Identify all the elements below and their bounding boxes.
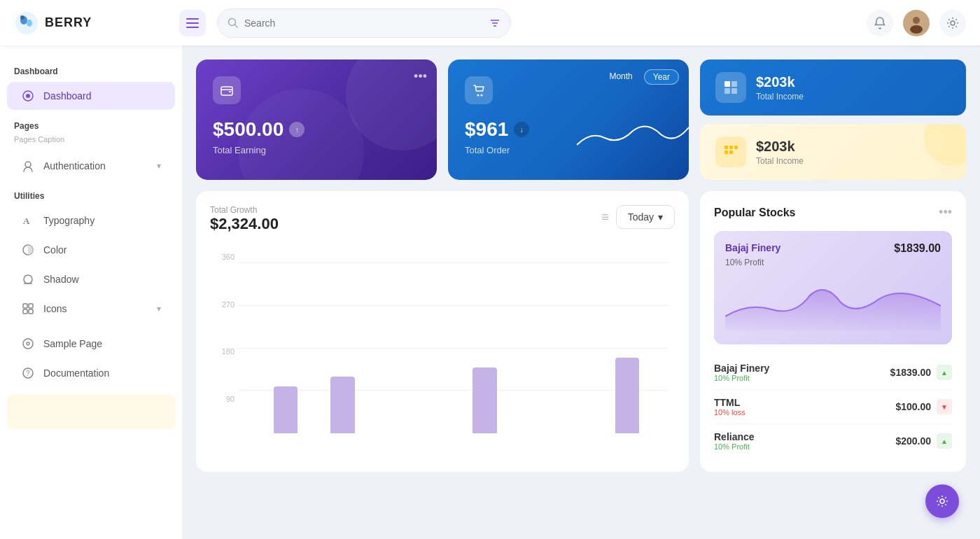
svg-rect-6 [186,27,199,28]
sidebar-section-pages: Pages [0,121,182,135]
sidebar-item-documentation-label: Documentation [43,368,161,379]
filter-icon[interactable] [489,18,500,29]
icons-icon [21,302,35,316]
stock-name-1: Bajaj Finery [714,363,769,374]
svg-text:?: ? [26,370,30,377]
user-avatar[interactable] [903,10,930,36]
search-input[interactable] [244,18,484,29]
sidebar-item-documentation[interactable]: ? Documentation [7,359,175,387]
sidebar-section-utilities: Utilities [0,191,182,205]
sidebar-item-color[interactable]: Color [7,236,175,264]
sidebar-item-shadow[interactable]: Shadow [7,265,175,293]
fab-settings-button[interactable] [925,484,959,518]
sidebar-item-typography[interactable]: A Typography [7,206,175,234]
svg-rect-26 [29,309,33,314]
income-yellow-amount: $203k [756,139,804,155]
logo-area: BERRY [14,10,168,36]
featured-stock: Bajaj Finery $1839.00 10% Profit [714,231,952,344]
svg-point-28 [27,342,29,345]
svg-point-13 [913,17,920,24]
grid-icon [723,144,738,160]
stock-price-area-2: $100.00 ▼ [895,399,952,414]
dashboard-icon [21,89,35,103]
svg-rect-32 [229,91,231,92]
card-income-yellow: $203k Total Income [700,124,966,180]
svg-rect-42 [724,150,728,154]
stock-down-badge-2: ▼ [937,399,952,414]
bars-container [245,244,668,433]
logo-icon [14,10,39,36]
sidebar-item-sample-page[interactable]: Sample Page [7,330,175,358]
featured-stock-chart [725,274,941,330]
order-card-icon [465,76,493,104]
svg-rect-40 [729,146,733,149]
card-total-order: Month Year $961 ↓ Total Order [448,59,689,180]
search-bar [217,8,511,38]
svg-rect-43 [729,150,733,154]
sidebar-item-authentication-label: Authentication [43,160,148,172]
earning-trend-icon: ↑ [289,122,304,137]
earning-card-menu-icon[interactable]: ••• [414,69,427,84]
featured-stock-price: $1839.00 [894,242,941,255]
bar-lavender [472,368,497,434]
sidebar-item-icons[interactable]: Icons ▾ [7,295,175,323]
svg-rect-39 [724,146,728,149]
color-icon [21,243,35,257]
featured-stock-name: Bajaj Finery [725,242,780,253]
income-blue-info: $203k Total Income [756,74,804,102]
stocks-menu-icon[interactable]: ••• [939,205,952,220]
chart-title-area: Total Growth $2,324.00 [210,205,279,233]
bar-group [274,386,298,434]
y-label-360: 360 [210,253,234,261]
sidebar-item-dashboard[interactable]: Dashboard [7,82,175,110]
month-tab[interactable]: Month [601,69,640,85]
svg-rect-23 [23,304,27,308]
featured-stock-header: Bajaj Finery $1839.00 [725,242,941,255]
svg-point-15 [951,21,955,25]
sidebar-item-sample-page-label: Sample Page [43,338,161,349]
sidebar-pages-caption: Pages Caption [0,135,182,150]
logo-text: BERRY [45,15,92,30]
notification-bell-button[interactable] [867,10,893,36]
stock-profit-3: 10% Profit [714,442,755,451]
svg-point-14 [910,25,923,34]
today-filter-button[interactable]: Today ▾ [616,205,675,229]
table-icon [723,80,738,95]
y-label-180: 180 [210,347,234,356]
svg-rect-41 [734,146,738,149]
year-tab[interactable]: Year [644,69,679,85]
right-cards-stack: $203k Total Income [700,59,966,180]
fab-gear-icon [935,494,949,508]
stock-up-badge-3: ▲ [937,433,952,449]
stock-price-1: $1839.00 [890,367,931,378]
today-chevron-icon: ▾ [658,211,663,223]
svg-rect-4 [186,18,199,20]
svg-rect-31 [221,87,232,95]
card-income-blue: $203k Total Income [700,59,966,115]
stock-price-area-1: $1839.00 ▲ [890,365,952,380]
sidebar-item-authentication[interactable]: Authentication ▾ [7,152,175,180]
typography-icon: A [21,214,35,227]
main-layout: Dashboard Dashboard Pages Pages Caption … [0,46,980,539]
stock-name-3: Reliance [714,431,755,442]
wave-chart-icon [577,117,689,159]
svg-rect-5 [186,22,199,24]
svg-line-8 [235,24,238,27]
wallet-icon [220,83,234,97]
svg-rect-36 [732,81,737,87]
search-icon [227,18,239,29]
icons-chevron-down-icon: ▾ [157,304,161,314]
settings-button[interactable] [939,10,966,36]
svg-point-33 [477,94,479,97]
svg-point-3 [20,15,24,20]
svg-point-27 [23,339,33,349]
bar-group [330,377,355,433]
svg-point-34 [481,94,483,97]
stocks-header: Popular Stocks ••• [714,205,952,220]
stock-up-badge-1: ▲ [937,365,952,380]
sidebar-bottom-hint [7,394,175,429]
stock-price-3: $200.00 [895,435,931,447]
top-cards: $500.00 ↑ Total Earning ••• Month Year [196,59,966,180]
hamburger-button[interactable] [179,10,206,36]
chart-menu-icon[interactable]: ≡ [601,210,609,225]
